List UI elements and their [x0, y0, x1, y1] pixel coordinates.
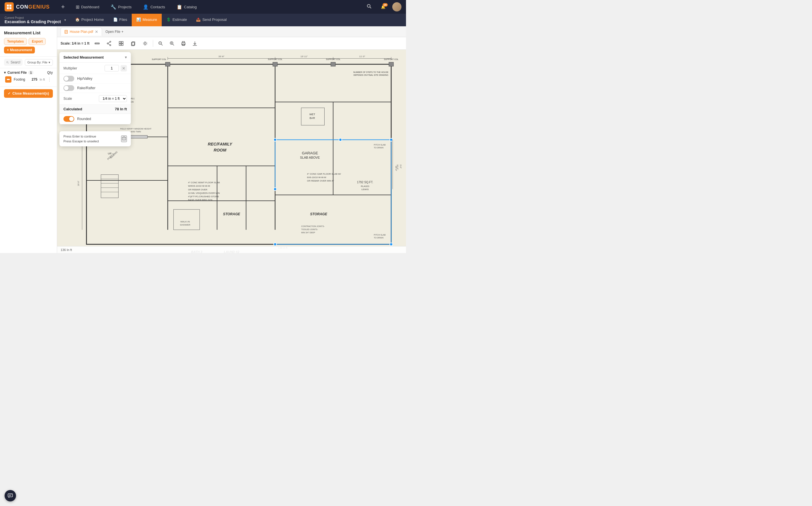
sidebar: Measurement List Templates Export + Meas… — [0, 26, 57, 253]
current-project-label: Current Project — [5, 16, 61, 19]
sidebar-header: Measurement List Templates Export + Meas… — [0, 26, 57, 57]
hip-valley-toggle[interactable] — [64, 76, 74, 81]
share-tool-button[interactable] — [105, 40, 113, 47]
svg-rect-24 — [121, 41, 123, 43]
svg-text:SUPPORT COL: SUPPORT COL — [152, 58, 166, 61]
scale-row-label: Scale — [64, 97, 72, 101]
svg-rect-25 — [119, 44, 121, 46]
hip-valley-label: Hip/Valley — [77, 77, 92, 81]
pdf-icon — [64, 30, 68, 34]
open-file-button[interactable]: Open File + — [103, 28, 126, 35]
export-button[interactable]: Export — [28, 38, 46, 45]
footing-color-icon — [5, 76, 11, 83]
search-button[interactable] — [364, 3, 374, 11]
svg-text:OR REBAR OVER: OR REBAR OVER — [188, 188, 207, 191]
copy-tool-button[interactable] — [129, 40, 137, 47]
svg-text:3050 TWIN: 3050 TWIN — [130, 131, 141, 133]
tab-close-icon[interactable]: ✕ — [95, 29, 98, 34]
rake-rafter-toggle[interactable] — [64, 85, 74, 91]
templates-button[interactable]: Templates — [4, 38, 27, 45]
tooltip-text: Press Enter to continue Press Escape to … — [64, 134, 119, 144]
svg-text:TO DRAIN: TO DRAIN — [374, 237, 384, 239]
hip-valley-row: Hip/Valley — [60, 74, 131, 83]
svg-line-31 — [161, 44, 163, 46]
file-header[interactable]: ▾ Current File 1 Qty — [4, 71, 53, 75]
svg-rect-56 — [166, 62, 170, 66]
sidebar-actions: Templates Export + Measurement — [4, 38, 53, 54]
tab-send-proposal[interactable]: 📤 Send Proposal — [191, 14, 231, 26]
calculated-value: 78 In ft — [115, 107, 127, 111]
pan-icon — [142, 40, 148, 46]
user-avatar[interactable] — [392, 2, 401, 11]
rounded-toggle[interactable] — [64, 116, 74, 122]
project-tabs: 🏠 Project Home 📄 Files 📊 Measure 💲 Estim… — [71, 14, 231, 26]
share-icon — [106, 40, 112, 46]
overlay-header[interactable]: Selected Measurement ▾ — [60, 52, 131, 63]
project-chevron-icon[interactable]: ▾ — [64, 18, 66, 22]
search-input[interactable] — [11, 60, 20, 64]
add-button[interactable]: + — [59, 2, 67, 12]
blueprint-area[interactable]: SUPPORT COL SUPPORT COL SUPPORT COL SUPP… — [57, 50, 406, 253]
print-button[interactable] — [180, 40, 187, 47]
zoom-in-button[interactable] — [168, 40, 176, 47]
measure-tool-button[interactable] — [93, 40, 101, 47]
download-icon — [192, 41, 197, 46]
top-navigation: CONGENIUS + ⊞ Dashboard 🔧 Projects 👤 Con… — [0, 0, 406, 14]
footing-menu-icon[interactable]: ⋮ — [47, 77, 52, 82]
svg-text:6X6-10/10 W-W-M: 6X6-10/10 W-W-M — [307, 176, 326, 179]
file-tab-house-plan[interactable]: House Plan.pdf ✕ — [61, 27, 102, 36]
footing-item[interactable]: Footing 275 In ft ⋮ — [4, 75, 53, 84]
scale-select[interactable]: 1/4 in = 1 ft 1/8 in = 1 ft 1 in = 1 ft — [99, 95, 127, 102]
multiplier-clear-button[interactable]: ✕ — [121, 65, 127, 72]
tooltip-delete-button[interactable] — [121, 136, 127, 142]
status-bar: 136 In ft — [57, 246, 406, 253]
svg-line-7 — [8, 63, 9, 64]
overlay-panel: Selected Measurement ▾ Multiplier ✕ Hip/… — [60, 52, 131, 124]
nav-contacts[interactable]: 👤 Contacts — [140, 3, 168, 11]
file-header-left: ▾ Current File 1 — [4, 71, 33, 75]
nav-dashboard[interactable]: ⊞ Dashboard — [73, 3, 102, 11]
svg-text:FIELD VERIFY WINDOW HEIGHT: FIELD VERIFY WINDOW HEIGHT — [120, 128, 151, 130]
files-icon: 📄 — [113, 17, 118, 22]
current-file-label: Current File — [7, 71, 26, 75]
download-button[interactable] — [191, 40, 199, 47]
nav-projects[interactable]: 🔧 Projects — [108, 3, 134, 11]
svg-text:MIN 3/4" DEEP: MIN 3/4" DEEP — [301, 232, 315, 234]
send-proposal-icon: 📤 — [196, 17, 201, 22]
search-wrapper[interactable] — [4, 59, 22, 66]
close-measurement-button[interactable]: ✓ Close Measurement(s) — [4, 89, 53, 98]
logo[interactable]: CONGENIUS — [5, 2, 50, 11]
estimate-icon: 💲 — [166, 17, 171, 22]
tab-estimate[interactable]: 💲 Estimate — [162, 14, 192, 26]
project-info[interactable]: Current Project Excavation & Grading Pro… — [5, 16, 63, 24]
add-file-icon: + — [121, 30, 123, 34]
svg-rect-29 — [144, 43, 146, 44]
svg-point-20 — [107, 43, 108, 44]
add-measurement-button[interactable]: + Measurement — [4, 47, 35, 54]
svg-rect-3 — [9, 7, 11, 9]
svg-text:OR REBAR OVER MIN 4": OR REBAR OVER MIN 4" — [307, 179, 334, 182]
svg-text:W/6X6-10/10 W-W-M: W/6X6-10/10 W-W-M — [188, 185, 210, 187]
notification-bell[interactable]: 🔔 28 — [380, 4, 387, 10]
grid-tool-button[interactable] — [117, 40, 125, 47]
svg-rect-136 — [122, 137, 126, 140]
tab-project-home[interactable]: 🏠 Project Home — [71, 14, 109, 26]
zoom-out-button[interactable] — [157, 40, 165, 47]
svg-text:20'-0": 20'-0" — [78, 181, 80, 186]
delete-icon — [122, 136, 126, 141]
multiplier-input[interactable] — [105, 65, 119, 72]
nav-catalog-label: Catalog — [184, 5, 197, 9]
tab-files[interactable]: 📄 Files — [109, 14, 132, 26]
pan-tool-button[interactable] — [141, 40, 149, 47]
group-by-button[interactable]: Group By: File ▾ — [25, 59, 53, 66]
logo-text: CONGENIUS — [16, 4, 50, 10]
multiplier-input-wrap: ✕ — [105, 65, 127, 72]
nav-catalog[interactable]: 📋 Catalog — [174, 3, 200, 11]
svg-text:4" CONC GAR FLOOR SLAB W/: 4" CONC GAR FLOOR SLAB W/ — [307, 173, 341, 175]
svg-text:REC/FAMILY: REC/FAMILY — [208, 142, 232, 146]
project-bar: Current Project Excavation & Grading Pro… — [0, 14, 406, 26]
tab-measure[interactable]: 📊 Measure — [132, 14, 162, 26]
tooltip-line2: Press Escape to unselect — [64, 139, 119, 144]
tab-files-label: Files — [119, 17, 127, 22]
svg-text:WALK-IN: WALK-IN — [180, 221, 190, 223]
